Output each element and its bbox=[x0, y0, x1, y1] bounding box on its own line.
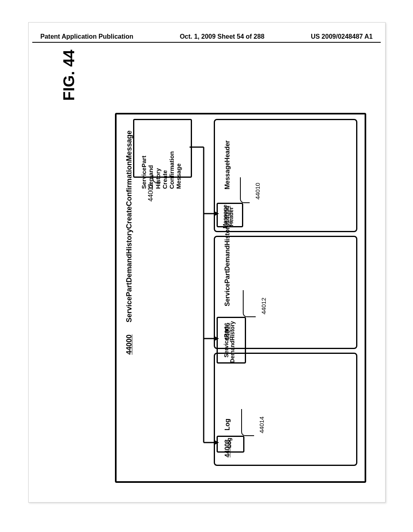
figure-label: FIG. 44 bbox=[60, 50, 78, 101]
header-left: Patent Application Publication bbox=[40, 33, 133, 40]
child-ref-a: 44010 bbox=[254, 183, 261, 200]
header-rule bbox=[32, 42, 381, 43]
lead-a bbox=[240, 177, 250, 203]
lead-b bbox=[243, 290, 256, 317]
panel-a-title: MessageHeader bbox=[224, 140, 231, 189]
page-header: Patent Application Publication Oct. 1, 2… bbox=[0, 33, 413, 40]
header-center: Oct. 1, 2009 Sheet 54 of 288 bbox=[180, 33, 265, 40]
panel-b-title: ServicePartDemandHistory bbox=[224, 223, 231, 306]
child-ref-c: 44014 bbox=[258, 416, 265, 433]
header-right: US 2009/0248487 A1 bbox=[311, 33, 373, 40]
root-message-text: ServicePart Demand History Create Confir… bbox=[140, 137, 182, 189]
child-text-c: Log bbox=[226, 437, 232, 449]
lead-c bbox=[241, 409, 254, 436]
root-ref-lead bbox=[152, 175, 161, 183]
child-ref-b: 44012 bbox=[260, 297, 267, 314]
panel-c-title: Log bbox=[224, 419, 231, 430]
outer-ref: 44000 bbox=[125, 335, 133, 355]
root-ref: 44002 bbox=[147, 184, 154, 202]
outer-title: ServicePartDemandHistoryCreateConfirmati… bbox=[125, 131, 133, 322]
